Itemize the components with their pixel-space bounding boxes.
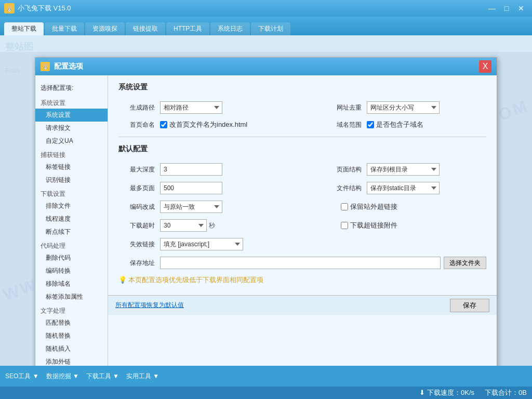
tab-plan[interactable]: 下载计划: [251, 22, 290, 35]
nav-item-tag-attr[interactable]: 标签添加属性: [35, 290, 108, 303]
input-max-depth[interactable]: [160, 163, 222, 176]
select-generate-path[interactable]: 相对路径 绝对路径: [160, 101, 222, 114]
label-file-structure: 文件结构: [330, 184, 362, 193]
select-page-structure[interactable]: 保存到根目录 保存到指定目录: [367, 163, 440, 176]
checkbox-keep-ext-links-label: 保留站外超链接: [350, 202, 397, 211]
form-row-generate-path: 生成路径 相对路径 绝对路径 网址去重 网址区分大小写 网址不区分大小写: [118, 101, 486, 114]
section-divider: [118, 137, 486, 137]
nav-section-code: 代码处理: [35, 238, 108, 251]
checkbox-download-attachments-label: 下载超链接附件: [350, 221, 397, 230]
tab-http[interactable]: HTTP工具: [166, 22, 209, 35]
checkbox-download-attachments-input[interactable]: [341, 222, 348, 229]
tool-data-mining[interactable]: 数据挖掘 ▼: [46, 372, 79, 381]
label-domain-scope: 域名范围: [330, 121, 362, 129]
checkbox-homepage-name[interactable]: 改首页文件名为index.html: [160, 120, 247, 129]
save-button[interactable]: 保存: [450, 299, 489, 312]
tab-extract[interactable]: 链接提取: [126, 22, 165, 35]
tool-utility[interactable]: 实用工具 ▼: [126, 372, 159, 381]
window-controls: — □ ✕: [485, 3, 528, 14]
label-url-case: 网址去重: [330, 103, 362, 112]
choose-folder-button[interactable]: 选择文件夹: [444, 257, 486, 269]
status-bar: ⬇ 下载速度：0K/s 下载合计：0B: [0, 387, 532, 399]
tab-log[interactable]: 系统日志: [210, 22, 250, 35]
form-row-save-address: 保存地址 选择文件夹: [118, 257, 486, 269]
title-bar: 🐰 小飞兔下载 V15.0 — □ ✕: [0, 0, 532, 17]
nav-item-remove-domain[interactable]: 移除域名: [35, 277, 108, 290]
nav-item-match-replace[interactable]: 匹配替换: [35, 316, 108, 329]
dialog-title: 配置选项: [54, 62, 479, 71]
label-page-structure: 页面结构: [330, 165, 362, 174]
input-save-address[interactable]: [160, 257, 441, 269]
dialog-body: 选择配置项: 系统设置 系统设置 请求报文 自定义UA 捕获链接 标签链接 识别…: [35, 75, 497, 366]
select-encoding[interactable]: 与原站一致 UTF-8 GBK: [160, 201, 222, 213]
tab-sniff[interactable]: 资源嗅探: [85, 22, 125, 35]
select-failed-links[interactable]: 填充 [javascript;] 保留原链接 删除链接: [160, 238, 243, 250]
tool-download[interactable]: 下载工具 ▼: [86, 372, 119, 381]
checkbox-domain-scope-input[interactable]: [367, 121, 374, 128]
nav-label: 选择配置项:: [35, 81, 108, 96]
label-homepage-name: 首页命名: [118, 121, 155, 129]
tool-seo[interactable]: SEO工具 ▼: [5, 372, 39, 381]
label-save-address: 保存地址: [118, 259, 155, 268]
minimize-button[interactable]: —: [485, 3, 499, 14]
select-file-structure[interactable]: 保存到static目录 保存到原目录: [367, 182, 440, 194]
nav-scroll: 系统设置 系统设置 请求报文 自定义UA 捕获链接 标签链接 识别链接 下载设置…: [35, 96, 108, 366]
dialog-icon: 🐰: [41, 62, 50, 71]
select-download-timeout[interactable]: 30 60 120: [160, 219, 207, 232]
nav-item-request[interactable]: 请求报文: [35, 122, 108, 135]
checkbox-homepage-name-label: 改首页文件名为index.html: [169, 120, 247, 129]
nav-item-ua[interactable]: 自定义UA: [35, 135, 108, 148]
nav-item-identify-links[interactable]: 识别链接: [35, 174, 108, 187]
maximize-button[interactable]: □: [500, 3, 513, 14]
input-max-pages[interactable]: [160, 182, 222, 194]
checkbox-keep-ext-links[interactable]: 保留站外超链接: [341, 202, 397, 211]
label-generate-path: 生成路径: [118, 103, 155, 112]
tab-whole-site[interactable]: 整站下载: [4, 22, 44, 35]
label-download-timeout: 下载超时: [118, 221, 155, 230]
dialog-bottom-bar: 所有配置项恢复为默认值 保存: [108, 295, 497, 315]
label-max-pages: 最多页面: [118, 184, 155, 193]
checkbox-homepage-name-input[interactable]: [160, 121, 167, 128]
nav-item-add-ext-link[interactable]: 添加外链: [35, 355, 108, 366]
label-max-depth: 最大深度: [118, 165, 155, 174]
reset-link[interactable]: 所有配置项恢复为默认值: [115, 301, 184, 310]
info-icon: 💡: [118, 276, 127, 284]
nav-section-system: 系统设置: [35, 96, 108, 109]
nav-item-exclude-files[interactable]: 排除文件: [35, 200, 108, 212]
nav-section-download: 下载设置: [35, 187, 108, 200]
nav-item-encoding-convert[interactable]: 编码转换: [35, 264, 108, 277]
dialog-close-button[interactable]: X: [479, 60, 491, 73]
section-title-default: 默认配置: [118, 144, 486, 156]
form-row-download-timeout: 下载超时 30 60 120 秒 下载超链接附件: [118, 219, 486, 232]
nav-item-random-insert[interactable]: 随机插入: [35, 342, 108, 355]
app-icon: 🐰: [4, 3, 15, 14]
main-bottom-toolbar: SEO工具 ▼ 数据挖掘 ▼ 下载工具 ▼ 实用工具 ▼: [0, 366, 532, 387]
form-row-homepage-name: 首页命名 改首页文件名为index.html 域名范围 是否包含子域名: [118, 120, 486, 129]
nav-section-text: 文字处理: [35, 303, 108, 316]
dialog-overlay: 🐰 配置选项 X 选择配置项: 系统设置 系统设置 请求报文 自定义UA: [0, 52, 532, 366]
checkbox-domain-scope[interactable]: 是否包含子域名: [367, 120, 423, 129]
checkbox-download-attachments[interactable]: 下载超链接附件: [341, 221, 397, 230]
checkbox-domain-scope-label: 是否包含子域名: [376, 120, 423, 129]
section-title-system: 系统设置: [118, 83, 486, 94]
nav-item-delete-code[interactable]: 删除代码: [35, 251, 108, 264]
unit-seconds: 秒: [209, 221, 215, 230]
tab-batch[interactable]: 批量下载: [45, 22, 84, 35]
nav-item-system-settings[interactable]: 系统设置: [35, 109, 108, 122]
download-total: 下载合计：0B: [485, 388, 527, 397]
label-failed-links: 失效链接: [118, 240, 155, 249]
app-title: 小飞兔下载 V15.0: [18, 4, 485, 13]
form-row-max-depth: 最大深度 页面结构 保存到根目录 保存到指定目录: [118, 163, 486, 176]
nav-section-capture: 捕获链接: [35, 148, 108, 161]
checkbox-keep-ext-links-input[interactable]: [341, 203, 348, 210]
nav-item-random-replace[interactable]: 随机替换: [35, 329, 108, 342]
nav-item-tag-links[interactable]: 标签链接: [35, 161, 108, 174]
select-url-case[interactable]: 网址区分大小写 网址不区分大小写: [367, 101, 440, 114]
nav-item-thread-speed[interactable]: 线程速度: [35, 212, 108, 225]
tab-bar: 整站下载 批量下载 资源嗅探 链接提取 HTTP工具 系统日志 下载计划: [0, 17, 532, 35]
config-dialog: 🐰 配置选项 X 选择配置项: 系统设置 系统设置 请求报文 自定义UA: [35, 57, 497, 366]
close-button[interactable]: ✕: [514, 3, 528, 14]
dialog-title-bar: 🐰 配置选项 X: [35, 58, 497, 75]
form-row-max-pages: 最多页面 文件结构 保存到static目录 保存到原目录: [118, 182, 486, 194]
nav-item-resume[interactable]: 断点续下: [35, 225, 108, 238]
